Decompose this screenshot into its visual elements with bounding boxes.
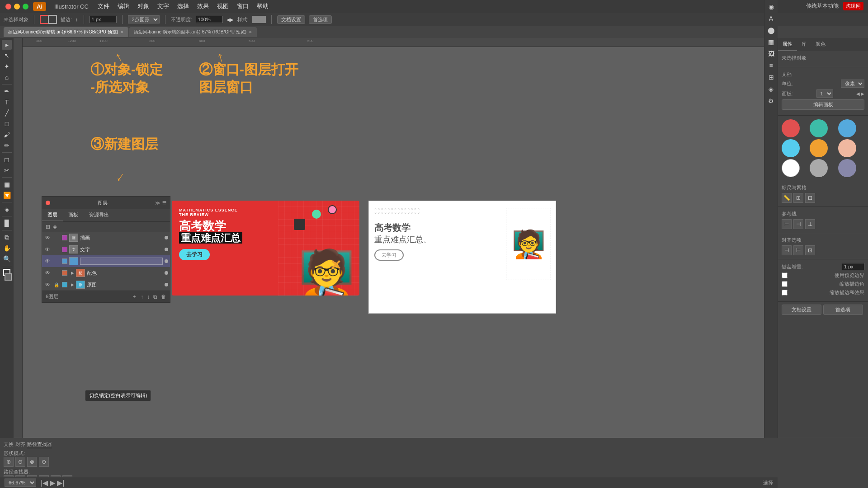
layer-lock-new[interactable] bbox=[53, 258, 60, 265]
menu-edit[interactable]: 编辑 bbox=[118, 2, 129, 10]
layers-panel-expand[interactable]: ≫ bbox=[155, 200, 160, 206]
menu-select[interactable]: 选择 bbox=[177, 2, 189, 10]
layer-row-text[interactable]: 👁 文 文字 bbox=[42, 244, 170, 255]
panel-tab-artboards[interactable]: 画板 bbox=[63, 209, 84, 221]
layer-lock-illustration[interactable] bbox=[53, 234, 60, 241]
right-tab-library[interactable]: 库 bbox=[797, 38, 811, 51]
layer-move-down-button[interactable]: ↓ bbox=[147, 294, 150, 300]
hand-tool[interactable]: ✋ bbox=[2, 243, 12, 253]
swatch-peach[interactable] bbox=[838, 139, 856, 157]
gradient-tool[interactable]: ▦ bbox=[2, 179, 12, 189]
right-tab-color[interactable]: 颜色 bbox=[811, 38, 830, 51]
snap-icon-2[interactable]: ⊣ bbox=[793, 219, 803, 229]
artboard-select[interactable]: 1 bbox=[816, 89, 833, 98]
layer-name-input-new[interactable] bbox=[80, 258, 163, 265]
panel-tab-export[interactable]: 资源导出 bbox=[84, 209, 114, 221]
layer-eye-new[interactable]: 👁 bbox=[44, 258, 51, 265]
edit-artboard-button[interactable]: 编辑画板 bbox=[782, 99, 864, 110]
layers-panel-close[interactable] bbox=[46, 201, 50, 205]
layer-row-colors[interactable]: 👁 ▶ 配 配色 bbox=[42, 267, 170, 279]
layer-row-new[interactable]: 👁 bbox=[42, 255, 170, 267]
swatch-purple-gray[interactable] bbox=[838, 159, 856, 177]
guides-icon[interactable]: ⊡ bbox=[805, 193, 815, 203]
layer-add-button[interactable]: ＋ bbox=[132, 293, 137, 300]
layer-panel-icon1[interactable]: ⊞ bbox=[46, 224, 50, 230]
artboard-next[interactable]: ▶ bbox=[861, 91, 864, 96]
menu-text[interactable]: 文字 bbox=[157, 2, 169, 10]
panel-tab-layers[interactable]: 图层 bbox=[42, 209, 63, 221]
fill-swatch[interactable] bbox=[40, 15, 49, 24]
layer-eye-original[interactable]: 👁 bbox=[44, 281, 51, 288]
layer-move-up-button[interactable]: ↑ bbox=[141, 294, 143, 300]
scale-effects-checkbox[interactable] bbox=[782, 290, 788, 296]
direct-selection-tool[interactable]: ↖ bbox=[2, 51, 12, 61]
close-button[interactable] bbox=[5, 4, 11, 9]
minimize-button[interactable] bbox=[14, 4, 20, 9]
eyedropper-tool[interactable]: 🔽 bbox=[2, 190, 12, 200]
swatch-orange[interactable] bbox=[810, 139, 828, 157]
layer-duplicate-button[interactable]: ⧉ bbox=[153, 294, 157, 300]
layer-delete-button[interactable]: 🗑 bbox=[161, 294, 166, 300]
line-tool[interactable]: ╱ bbox=[2, 108, 12, 118]
layer-expand-colors[interactable]: ▶ bbox=[71, 271, 74, 275]
swatch-red[interactable] bbox=[782, 119, 800, 137]
layer-lock-colors[interactable] bbox=[53, 269, 60, 277]
stroke-swatch[interactable] bbox=[48, 15, 57, 24]
artboard-prev[interactable]: ◀ bbox=[856, 91, 860, 96]
menu-view[interactable]: 视图 bbox=[217, 2, 229, 10]
layer-expand-original[interactable]: ▶ bbox=[71, 282, 74, 287]
rect-tool[interactable]: □ bbox=[2, 119, 12, 129]
swatch-gray[interactable] bbox=[810, 159, 828, 177]
brush-tool[interactable]: 🖌 bbox=[2, 130, 12, 140]
swatch-cyan[interactable] bbox=[782, 139, 800, 157]
menu-file[interactable]: 文件 bbox=[98, 2, 109, 10]
unit-select[interactable]: 像素 bbox=[841, 80, 864, 88]
ruler-icon[interactable]: 📏 bbox=[782, 193, 792, 203]
swatch-teal[interactable] bbox=[810, 119, 828, 137]
align-left-icon[interactable]: ⊣ bbox=[782, 245, 792, 255]
tab-1[interactable]: 插边风-banner演示精稿.ai @ 66.67% (RGB/GPU 预览) … bbox=[4, 27, 128, 37]
snap-icon-3[interactable]: ⊥ bbox=[805, 219, 815, 229]
swatch-white[interactable] bbox=[782, 159, 800, 177]
zoom-select[interactable]: 66.67% bbox=[5, 479, 36, 487]
menu-object[interactable]: 对象 bbox=[137, 2, 149, 10]
selection-tool[interactable]: ▸ bbox=[2, 40, 12, 50]
doc-settings-button[interactable]: 文档设置 bbox=[277, 15, 305, 24]
tab-2-close[interactable]: ✕ bbox=[249, 30, 252, 34]
layer-row-original[interactable]: 👁 🔒 ▶ 原 原图 bbox=[42, 279, 170, 291]
preferences-button[interactable]: 首选项 bbox=[309, 15, 332, 24]
menu-help[interactable]: 帮助 bbox=[257, 2, 269, 10]
layer-eye-illustration[interactable]: 👁 bbox=[44, 234, 51, 241]
layer-panel-icon2[interactable]: ◈ bbox=[53, 224, 57, 230]
slice-tool[interactable]: ⧉ bbox=[2, 232, 12, 242]
swatch-blue[interactable] bbox=[838, 119, 856, 137]
menu-window[interactable]: 窗口 bbox=[237, 2, 249, 10]
stroke-profile-select[interactable]: 3点圆形 bbox=[128, 15, 160, 23]
layers-panel-menu[interactable]: ≡ bbox=[162, 199, 166, 207]
right-tab-properties[interactable]: 属性 bbox=[778, 38, 797, 51]
layer-lock-original[interactable]: 🔒 bbox=[53, 281, 60, 288]
preferences-btn[interactable]: 首选项 bbox=[823, 305, 863, 315]
prev-artboard-btn[interactable]: |◀ bbox=[41, 479, 48, 487]
grid-icon[interactable]: ⊞ bbox=[793, 193, 803, 203]
canvas-area[interactable]: 300 1200 1100 200 400 500 600 ①对象-锁定 -所选… bbox=[14, 38, 778, 488]
play-btn[interactable]: ▶ bbox=[50, 479, 55, 487]
pen-tool[interactable]: ✒ bbox=[2, 86, 12, 96]
layer-eye-text[interactable]: 👁 bbox=[44, 246, 51, 253]
stroke-weight-input[interactable] bbox=[90, 16, 117, 23]
magic-wand-tool[interactable]: ✦ bbox=[2, 61, 12, 71]
menu-effect[interactable]: 效果 bbox=[197, 2, 209, 10]
layer-lock-text[interactable] bbox=[53, 246, 60, 253]
pencil-tool[interactable]: ✏ bbox=[2, 141, 12, 150]
zoom-tool[interactable]: 🔍 bbox=[2, 254, 12, 264]
align-right-icon[interactable]: ⊡ bbox=[805, 245, 815, 255]
next-artboard-btn[interactable]: ▶| bbox=[57, 479, 64, 487]
blend-tool[interactable]: ◈ bbox=[2, 204, 12, 214]
banner-cta-button[interactable]: 去学习 bbox=[179, 249, 210, 260]
snap-icon-1[interactable]: ⊢ bbox=[782, 219, 792, 229]
keyboard-increment-input[interactable] bbox=[842, 263, 864, 270]
style-preview[interactable] bbox=[252, 16, 266, 23]
layer-row-illustration[interactable]: 👁 画 插画 bbox=[42, 232, 170, 244]
maximize-button[interactable] bbox=[23, 4, 28, 9]
lasso-tool[interactable]: ⌂ bbox=[2, 72, 12, 82]
